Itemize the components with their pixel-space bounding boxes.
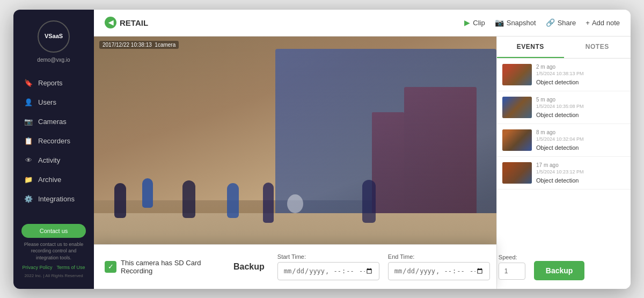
contact-button[interactable]: Contact us (21, 224, 86, 238)
brand-label: RETAIL (120, 18, 148, 27)
clip-label: Clip (473, 19, 485, 27)
event-date: 1/5/2024 10:32:04 PM (536, 136, 625, 142)
addnote-plus: + (586, 19, 590, 27)
event-date: 1/5/2024 10:38:13 PM (536, 71, 625, 76)
sidebar-item-archive[interactable]: 📁 Archive (13, 170, 94, 190)
speed-label: Speed: (499, 254, 525, 260)
sidebar-item-label: Reports (38, 79, 63, 87)
integrations-icon: ⚙️ (24, 195, 33, 203)
event-date: 1/5/2024 10:23:12 PM (536, 169, 625, 175)
sidebar-item-label: Cameras (38, 118, 67, 126)
sidebar-item-activity[interactable]: 👁 Activity (13, 151, 94, 170)
sidebar-item-label: Recorders (38, 137, 70, 145)
topbar: ◀ RETAIL ▶ Clip 📷 Snapshot 🔗 Share + (94, 10, 631, 37)
sd-card-notice: ✓ This camera has SD Card Recording (105, 259, 223, 275)
event-type: Object detection (536, 79, 625, 85)
sidebar-item-label: Activity (38, 156, 60, 164)
clip-icon: ▶ (464, 18, 470, 27)
event-type: Object detection (536, 112, 625, 118)
sd-text: This camera has SD Card Recording (121, 259, 223, 275)
event-thumbnail (502, 162, 532, 184)
event-item: 5 m ago 1/5/2024 10:35:08 PM Object dete… (497, 91, 631, 124)
user-email: demo@vxg.io (37, 57, 70, 63)
terms-link[interactable]: Terms of Use (57, 265, 85, 270)
app-shell: VSaaS demo@vxg.io 🔖 Reports 👤 Users 📷 Ca… (13, 10, 631, 289)
end-time-group: End Time: (388, 253, 490, 280)
event-item: 2 m ago 1/5/2024 10:38:13 PM Object dete… (497, 59, 631, 91)
event-time-ago: 2 m ago (536, 64, 625, 70)
events-tabs: EVENTS NOTES (497, 37, 631, 59)
logo-text: VSaaS (45, 33, 63, 39)
sidebar-item-label: Archive (38, 176, 61, 184)
sidebar-links: Privacy Policy Terms of Use (22, 265, 85, 270)
event-type: Object detection (536, 177, 625, 184)
sidebar-nav: 🔖 Reports 👤 Users 📷 Cameras 📋 Recorders … (13, 74, 94, 219)
events-panel: EVENTS NOTES 2 m ago 1/5/2024 10:38:13 P… (496, 37, 631, 289)
topbar-actions: ▶ Clip 📷 Snapshot 🔗 Share + Add note (464, 18, 620, 27)
sidebar-item-integrations[interactable]: ⚙️ Integrations (13, 190, 94, 209)
main-content: ◀ RETAIL ▶ Clip 📷 Snapshot 🔗 Share + (94, 10, 631, 289)
archive-icon: 📁 (24, 176, 33, 184)
backup-title: Backup (233, 262, 265, 271)
logo: VSaaS (38, 20, 70, 53)
snapshot-icon: 📷 (495, 18, 504, 27)
event-time-ago: 8 m ago (536, 129, 625, 135)
tab-notes[interactable]: NOTES (564, 37, 631, 58)
sidebar-bottom: Contact us Please contact us to enable r… (13, 219, 94, 284)
cameras-icon: 📷 (24, 118, 33, 126)
clip-action[interactable]: ▶ Clip (464, 18, 485, 27)
start-time-group: Start Time: (277, 253, 379, 280)
sidebar-item-cameras[interactable]: 📷 Cameras (13, 112, 94, 132)
sidebar-item-label: Integrations (38, 195, 75, 203)
check-icon: ✓ (105, 261, 116, 273)
share-action[interactable]: 🔗 Share (546, 18, 576, 27)
video-timestamp: 2017/12/22 10:38:13 1camera (99, 41, 179, 49)
backup-overlay: ✓ This camera has SD Card Recording Back… (94, 244, 496, 289)
event-info: 8 m ago 1/5/2024 10:32:04 PM Object dete… (536, 129, 625, 151)
snapshot-action[interactable]: 📷 Snapshot (495, 18, 536, 27)
copyright: 2022 Inc. | All Rights Reserved (24, 273, 83, 278)
event-thumbnail (502, 64, 532, 85)
content-area: 2017/12/22 10:38:13 1camera ✓ This camer… (94, 37, 631, 289)
topbar-brand: ◀ RETAIL (105, 17, 148, 28)
backup-button[interactable]: Backup (534, 261, 585, 280)
activity-icon: 👁 (24, 156, 33, 165)
event-info: 2 m ago 1/5/2024 10:38:13 PM Object dete… (536, 64, 625, 85)
event-item: 17 m ago 1/5/2024 10:23:12 PM Object det… (497, 157, 631, 190)
snapshot-label: Snapshot (507, 19, 536, 27)
recorders-icon: 📋 (24, 137, 33, 146)
event-thumbnail (502, 129, 532, 151)
end-time-input[interactable] (388, 262, 490, 280)
tab-events[interactable]: EVENTS (497, 37, 564, 58)
reports-icon: 🔖 (24, 79, 33, 88)
share-label: Share (558, 19, 576, 27)
addnote-action[interactable]: + Add note (586, 19, 620, 27)
video-panel: 2017/12/22 10:38:13 1camera ✓ This camer… (94, 37, 496, 289)
start-time-input[interactable] (277, 262, 379, 280)
back-icon[interactable]: ◀ (105, 17, 116, 28)
sidebar: VSaaS demo@vxg.io 🔖 Reports 👤 Users 📷 Ca… (13, 10, 94, 289)
addnote-label: Add note (592, 19, 620, 27)
event-thumbnail (502, 97, 532, 118)
share-icon: 🔗 (546, 18, 555, 27)
sidebar-item-recorders[interactable]: 📋 Recorders (13, 132, 94, 151)
event-time-ago: 17 m ago (536, 162, 625, 168)
event-info: 5 m ago 1/5/2024 10:35:08 PM Object dete… (536, 97, 625, 118)
end-time-label: End Time: (388, 253, 490, 260)
event-time-ago: 5 m ago (536, 97, 625, 103)
sidebar-notice: Please contact us to enable recording co… (21, 241, 86, 261)
privacy-link[interactable]: Privacy Policy (22, 265, 52, 270)
event-info: 17 m ago 1/5/2024 10:23:12 PM Object det… (536, 162, 625, 184)
sidebar-item-users[interactable]: 👤 Users (13, 93, 94, 112)
sidebar-item-label: Users (38, 98, 56, 106)
speed-group: Speed: (499, 254, 525, 280)
backup-form: Backup Start Time: End Time: Speed: (233, 253, 584, 280)
users-icon: 👤 (24, 98, 33, 107)
event-date: 1/5/2024 10:35:08 PM (536, 104, 625, 109)
sidebar-item-reports[interactable]: 🔖 Reports (13, 74, 94, 93)
event-type: Object detection (536, 144, 625, 151)
event-item: 8 m ago 1/5/2024 10:32:04 PM Object dete… (497, 124, 631, 157)
backup-title-wrap: Backup (233, 262, 269, 272)
start-time-label: Start Time: (277, 253, 379, 260)
speed-input[interactable] (499, 263, 525, 280)
